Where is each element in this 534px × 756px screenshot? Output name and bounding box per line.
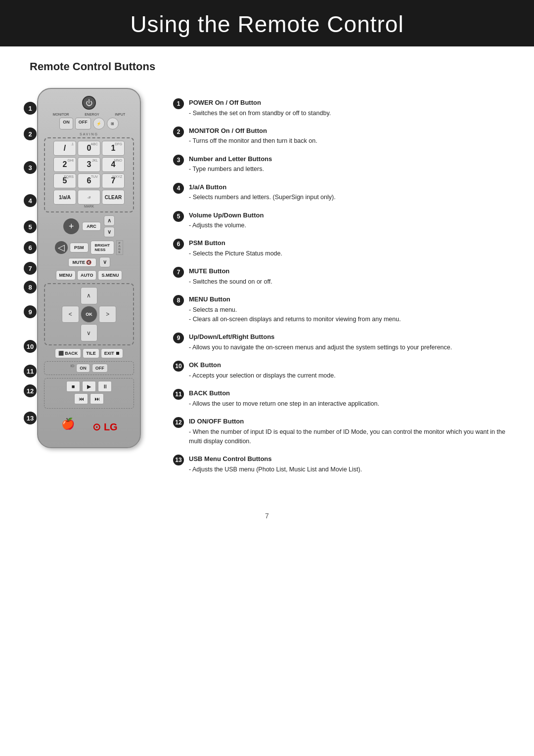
fast-forward-button[interactable]: ⏭ bbox=[90, 393, 104, 404]
nav-right-button[interactable]: > bbox=[99, 306, 116, 323]
id-row: ID ON OFF bbox=[44, 361, 134, 375]
num-2[interactable]: 2GHI bbox=[53, 157, 76, 172]
desc-body-4: - Selects numbers and letters. (SuperSig… bbox=[189, 193, 519, 202]
desc-title-9: Up/Down/Left/Right Buttons bbox=[189, 332, 519, 342]
auto-button[interactable]: AUTO bbox=[77, 270, 96, 280]
monitor-off-button[interactable]: OFF bbox=[75, 118, 91, 129]
num-3[interactable]: 3JKL bbox=[78, 157, 100, 172]
desc-body-3: - Type numbers and letters. bbox=[189, 165, 519, 174]
num-6[interactable]: 6TUV bbox=[78, 173, 100, 188]
desc-circle-2: 2 bbox=[173, 126, 184, 137]
nav-empty-br bbox=[99, 324, 116, 341]
desc-title-8: MENU Button bbox=[189, 294, 519, 304]
monitor-on-button[interactable]: ON bbox=[59, 118, 73, 129]
desc-circle-10: 10 bbox=[173, 361, 184, 372]
playback-container: ■ ▶ ⏸ ⏮ ⏭ bbox=[44, 378, 134, 409]
label-5: 5 bbox=[24, 220, 37, 233]
page-number: 7 bbox=[0, 512, 534, 530]
desc-item-6: 6 PSM Button - Selects the Picture Statu… bbox=[173, 238, 519, 258]
ch-up-button[interactable]: ∧ bbox=[104, 215, 115, 226]
desc-title-11: BACK Button bbox=[189, 388, 519, 398]
menu-button[interactable]: MENU bbox=[56, 270, 76, 280]
desc-body-6: - Selects the Picture Status mode. bbox=[189, 249, 519, 258]
mark-label: MARK bbox=[84, 205, 94, 208]
desc-title-7: MUTE Button bbox=[189, 266, 519, 276]
nav-empty-tr bbox=[99, 287, 116, 304]
desc-circle-1: 1 bbox=[173, 98, 184, 109]
num-1[interactable]: 1DFG bbox=[102, 141, 125, 156]
num-4[interactable]: 4MNO bbox=[102, 157, 125, 172]
stop-button[interactable]: ■ bbox=[66, 381, 80, 392]
desc-title-12: ID ON/OFF Button bbox=[189, 417, 519, 426]
one-a-button[interactable]: 1/a/A bbox=[53, 190, 76, 205]
descriptions: 1 POWER On / Off Button - Switches the s… bbox=[173, 88, 519, 482]
monitor-label: MONITOR bbox=[53, 113, 69, 116]
psm-button[interactable]: PSM bbox=[70, 243, 89, 252]
exit-button[interactable]: EXIT ⏹ bbox=[101, 348, 124, 358]
power-button[interactable]: ⏻ bbox=[82, 96, 96, 110]
vol-up-button[interactable]: + bbox=[63, 218, 79, 234]
desc-body-11: - Allows the user to move return one ste… bbox=[189, 399, 519, 409]
mute-button[interactable]: MUTE 🔇 bbox=[68, 258, 96, 267]
label-9: 9 bbox=[24, 305, 37, 318]
nav-up-button[interactable]: ∧ bbox=[81, 287, 98, 304]
input-label: INPUT bbox=[115, 113, 125, 116]
num-0[interactable]: 0ABC bbox=[78, 141, 100, 156]
desc-body-5: - Adjusts the volume. bbox=[189, 221, 519, 230]
arc-button[interactable]: ARC bbox=[82, 222, 101, 231]
id-on-button[interactable]: ON bbox=[76, 364, 90, 373]
desc-item-1: 1 POWER On / Off Button - Switches the s… bbox=[173, 98, 519, 118]
ok-button[interactable]: OK bbox=[81, 306, 98, 323]
desc-item-2: 2 MONITOR On / Off Button - Turns off th… bbox=[173, 126, 519, 146]
nav-container: ∧ < OK > ∨ bbox=[44, 283, 134, 345]
remote-top: ⏻ bbox=[44, 96, 134, 110]
desc-title-6: PSM Button bbox=[189, 238, 519, 248]
nav-left-button[interactable]: < bbox=[62, 306, 79, 323]
brightness-button[interactable]: BRIGHTNESS bbox=[90, 241, 115, 254]
back-button[interactable]: ⬛ BACK bbox=[55, 348, 82, 358]
desc-body-13: - Adjusts the USB menu (Photo List, Musi… bbox=[189, 465, 519, 474]
desc-item-5: 5 Volume Up/Down Button - Adjusts the vo… bbox=[173, 210, 519, 231]
label-6: 6 bbox=[24, 241, 37, 254]
desc-title-13: USB Menu Control Buttons bbox=[189, 454, 519, 464]
ch-down-button[interactable]: ∨ bbox=[104, 227, 115, 237]
desc-item-9: 9 Up/Down/Left/Right Buttons - Allows yo… bbox=[173, 332, 519, 352]
label-12: 12 bbox=[24, 384, 37, 397]
num-5[interactable]: 5PQRS bbox=[53, 173, 76, 188]
id-off-button[interactable]: OFF bbox=[92, 364, 108, 373]
desc-body-9: - Allows you to navigate the on-screen m… bbox=[189, 343, 519, 352]
lg-logo: 🍎 ⊙ LG bbox=[44, 411, 134, 435]
label-13: 13 bbox=[24, 412, 37, 424]
dot-button[interactable]: -# bbox=[78, 190, 100, 205]
tile-button[interactable]: TILE bbox=[83, 348, 99, 358]
play-button[interactable]: ▶ bbox=[82, 381, 96, 392]
nav-down-button[interactable]: ∨ bbox=[99, 257, 110, 267]
energy-button[interactable]: ⚡ bbox=[93, 118, 105, 129]
nav-down-btn[interactable]: ∨ bbox=[81, 324, 98, 341]
rewind-button[interactable]: ⏮ bbox=[74, 393, 88, 404]
desc-title-4: 1/a/A Button bbox=[189, 182, 519, 192]
num-slash[interactable]: /.1 bbox=[53, 141, 76, 156]
desc-title-3: Number and Letter Buttons bbox=[189, 154, 519, 164]
desc-circle-4: 4 bbox=[173, 183, 184, 194]
pause-button[interactable]: ⏸ bbox=[98, 381, 112, 392]
vol-down-button[interactable]: ◁ bbox=[55, 241, 68, 254]
page-title: Using the Remote Control bbox=[0, 11, 534, 38]
remote-body: ⏻ MONITOR ENERGY INPUT ON OFF ⚡ ⊞ SAVING bbox=[37, 88, 141, 448]
desc-title-2: MONITOR On / Off Button bbox=[189, 126, 519, 136]
desc-body-10: - Accepts your selection or displays the… bbox=[189, 371, 519, 380]
desc-item-8: 8 MENU Button - Selects a menu.- Clears … bbox=[173, 294, 519, 324]
desc-body-8: - Selects a menu.- Clears all on-screen … bbox=[189, 305, 519, 325]
desc-body-2: - Turns off the monitor and then turn it… bbox=[189, 136, 519, 146]
desc-body-12: - When the number of input ID is equal t… bbox=[189, 427, 519, 447]
remote-wrapper: 1 2 3 4 5 6 7 8 9 10 11 12 13 ⏻ MONITOR … bbox=[25, 88, 153, 448]
input-button[interactable]: ⊞ bbox=[107, 118, 119, 129]
label-10: 10 bbox=[24, 340, 37, 353]
clear-button[interactable]: CLEAR bbox=[102, 190, 125, 205]
smenu-button[interactable]: S.MENU bbox=[98, 270, 122, 280]
num-7[interactable]: 7WXYZ bbox=[102, 173, 125, 188]
numpad-container: /.1 0ABC 1DFG 2GHI bbox=[44, 137, 134, 212]
desc-item-3: 3 Number and Letter Buttons - Type numbe… bbox=[173, 154, 519, 174]
remote-area: 1 2 3 4 5 6 7 8 9 10 11 12 13 ⏻ MONITOR … bbox=[15, 88, 163, 482]
desc-item-13: 13 USB Menu Control Buttons - Adjusts th… bbox=[173, 454, 519, 474]
